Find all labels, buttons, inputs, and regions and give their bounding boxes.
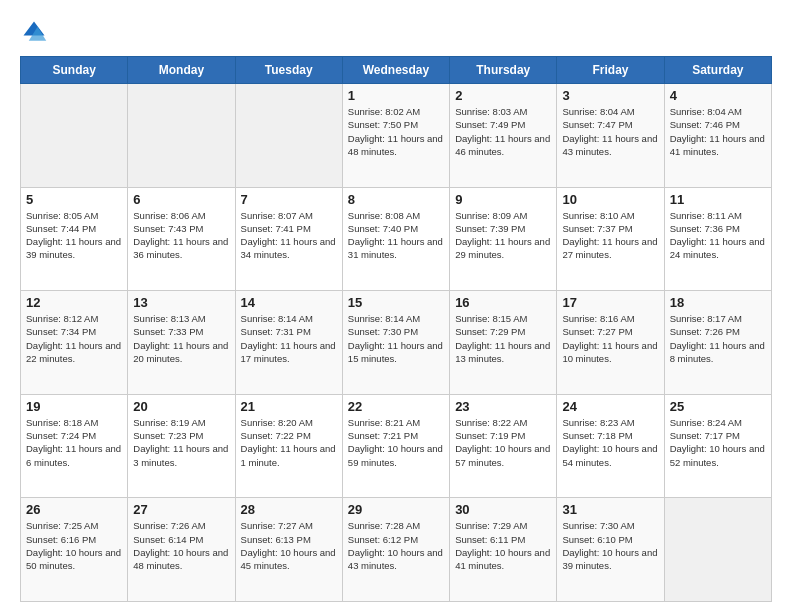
calendar-cell: 13Sunrise: 8:13 AM Sunset: 7:33 PM Dayli… [128, 291, 235, 395]
calendar-header-row: SundayMondayTuesdayWednesdayThursdayFrid… [21, 57, 772, 84]
day-number: 10 [562, 192, 658, 207]
calendar-cell: 1Sunrise: 8:02 AM Sunset: 7:50 PM Daylig… [342, 84, 449, 188]
day-info: Sunrise: 8:11 AM Sunset: 7:36 PM Dayligh… [670, 209, 766, 262]
calendar-cell: 3Sunrise: 8:04 AM Sunset: 7:47 PM Daylig… [557, 84, 664, 188]
day-number: 13 [133, 295, 229, 310]
day-info: Sunrise: 8:15 AM Sunset: 7:29 PM Dayligh… [455, 312, 551, 365]
calendar-cell: 16Sunrise: 8:15 AM Sunset: 7:29 PM Dayli… [450, 291, 557, 395]
day-number: 12 [26, 295, 122, 310]
calendar-cell: 11Sunrise: 8:11 AM Sunset: 7:36 PM Dayli… [664, 187, 771, 291]
day-info: Sunrise: 8:03 AM Sunset: 7:49 PM Dayligh… [455, 105, 551, 158]
calendar-week-1: 1Sunrise: 8:02 AM Sunset: 7:50 PM Daylig… [21, 84, 772, 188]
day-info: Sunrise: 8:16 AM Sunset: 7:27 PM Dayligh… [562, 312, 658, 365]
day-info: Sunrise: 8:13 AM Sunset: 7:33 PM Dayligh… [133, 312, 229, 365]
day-number: 3 [562, 88, 658, 103]
day-number: 4 [670, 88, 766, 103]
day-info: Sunrise: 8:09 AM Sunset: 7:39 PM Dayligh… [455, 209, 551, 262]
day-number: 14 [241, 295, 337, 310]
day-number: 9 [455, 192, 551, 207]
day-info: Sunrise: 8:14 AM Sunset: 7:30 PM Dayligh… [348, 312, 444, 365]
day-number: 16 [455, 295, 551, 310]
day-info: Sunrise: 8:12 AM Sunset: 7:34 PM Dayligh… [26, 312, 122, 365]
calendar-cell: 14Sunrise: 8:14 AM Sunset: 7:31 PM Dayli… [235, 291, 342, 395]
day-number: 23 [455, 399, 551, 414]
logo-icon [20, 18, 48, 46]
day-header-tuesday: Tuesday [235, 57, 342, 84]
calendar-cell [128, 84, 235, 188]
day-info: Sunrise: 8:04 AM Sunset: 7:47 PM Dayligh… [562, 105, 658, 158]
day-info: Sunrise: 8:06 AM Sunset: 7:43 PM Dayligh… [133, 209, 229, 262]
calendar-cell: 28Sunrise: 7:27 AM Sunset: 6:13 PM Dayli… [235, 498, 342, 602]
day-number: 26 [26, 502, 122, 517]
calendar-cell: 7Sunrise: 8:07 AM Sunset: 7:41 PM Daylig… [235, 187, 342, 291]
day-number: 28 [241, 502, 337, 517]
day-number: 31 [562, 502, 658, 517]
day-header-saturday: Saturday [664, 57, 771, 84]
calendar-cell: 26Sunrise: 7:25 AM Sunset: 6:16 PM Dayli… [21, 498, 128, 602]
day-info: Sunrise: 8:22 AM Sunset: 7:19 PM Dayligh… [455, 416, 551, 469]
day-info: Sunrise: 8:02 AM Sunset: 7:50 PM Dayligh… [348, 105, 444, 158]
day-number: 2 [455, 88, 551, 103]
calendar-cell: 18Sunrise: 8:17 AM Sunset: 7:26 PM Dayli… [664, 291, 771, 395]
day-info: Sunrise: 8:17 AM Sunset: 7:26 PM Dayligh… [670, 312, 766, 365]
day-info: Sunrise: 8:04 AM Sunset: 7:46 PM Dayligh… [670, 105, 766, 158]
day-number: 8 [348, 192, 444, 207]
day-info: Sunrise: 7:27 AM Sunset: 6:13 PM Dayligh… [241, 519, 337, 572]
day-header-wednesday: Wednesday [342, 57, 449, 84]
day-number: 30 [455, 502, 551, 517]
calendar-cell: 27Sunrise: 7:26 AM Sunset: 6:14 PM Dayli… [128, 498, 235, 602]
calendar-cell: 29Sunrise: 7:28 AM Sunset: 6:12 PM Dayli… [342, 498, 449, 602]
calendar-cell: 19Sunrise: 8:18 AM Sunset: 7:24 PM Dayli… [21, 394, 128, 498]
calendar-cell: 12Sunrise: 8:12 AM Sunset: 7:34 PM Dayli… [21, 291, 128, 395]
calendar-week-3: 12Sunrise: 8:12 AM Sunset: 7:34 PM Dayli… [21, 291, 772, 395]
calendar-cell: 24Sunrise: 8:23 AM Sunset: 7:18 PM Dayli… [557, 394, 664, 498]
calendar-cell: 30Sunrise: 7:29 AM Sunset: 6:11 PM Dayli… [450, 498, 557, 602]
calendar-cell [21, 84, 128, 188]
calendar-week-2: 5Sunrise: 8:05 AM Sunset: 7:44 PM Daylig… [21, 187, 772, 291]
day-header-monday: Monday [128, 57, 235, 84]
calendar-week-4: 19Sunrise: 8:18 AM Sunset: 7:24 PM Dayli… [21, 394, 772, 498]
day-number: 21 [241, 399, 337, 414]
day-number: 18 [670, 295, 766, 310]
day-info: Sunrise: 8:24 AM Sunset: 7:17 PM Dayligh… [670, 416, 766, 469]
calendar-cell [235, 84, 342, 188]
day-info: Sunrise: 8:05 AM Sunset: 7:44 PM Dayligh… [26, 209, 122, 262]
day-number: 19 [26, 399, 122, 414]
day-number: 15 [348, 295, 444, 310]
calendar-cell: 25Sunrise: 8:24 AM Sunset: 7:17 PM Dayli… [664, 394, 771, 498]
day-info: Sunrise: 7:28 AM Sunset: 6:12 PM Dayligh… [348, 519, 444, 572]
page: SundayMondayTuesdayWednesdayThursdayFrid… [0, 0, 792, 612]
day-info: Sunrise: 8:14 AM Sunset: 7:31 PM Dayligh… [241, 312, 337, 365]
calendar-cell: 4Sunrise: 8:04 AM Sunset: 7:46 PM Daylig… [664, 84, 771, 188]
calendar-cell: 22Sunrise: 8:21 AM Sunset: 7:21 PM Dayli… [342, 394, 449, 498]
header [20, 18, 772, 46]
day-header-thursday: Thursday [450, 57, 557, 84]
day-info: Sunrise: 7:26 AM Sunset: 6:14 PM Dayligh… [133, 519, 229, 572]
calendar-cell: 6Sunrise: 8:06 AM Sunset: 7:43 PM Daylig… [128, 187, 235, 291]
day-number: 5 [26, 192, 122, 207]
day-number: 17 [562, 295, 658, 310]
day-info: Sunrise: 8:10 AM Sunset: 7:37 PM Dayligh… [562, 209, 658, 262]
calendar-cell: 5Sunrise: 8:05 AM Sunset: 7:44 PM Daylig… [21, 187, 128, 291]
day-number: 27 [133, 502, 229, 517]
day-info: Sunrise: 8:21 AM Sunset: 7:21 PM Dayligh… [348, 416, 444, 469]
day-info: Sunrise: 8:07 AM Sunset: 7:41 PM Dayligh… [241, 209, 337, 262]
day-info: Sunrise: 8:20 AM Sunset: 7:22 PM Dayligh… [241, 416, 337, 469]
calendar-cell: 9Sunrise: 8:09 AM Sunset: 7:39 PM Daylig… [450, 187, 557, 291]
day-info: Sunrise: 8:19 AM Sunset: 7:23 PM Dayligh… [133, 416, 229, 469]
calendar-cell: 17Sunrise: 8:16 AM Sunset: 7:27 PM Dayli… [557, 291, 664, 395]
logo [20, 18, 52, 46]
day-header-sunday: Sunday [21, 57, 128, 84]
day-number: 29 [348, 502, 444, 517]
day-info: Sunrise: 7:30 AM Sunset: 6:10 PM Dayligh… [562, 519, 658, 572]
day-number: 7 [241, 192, 337, 207]
day-number: 22 [348, 399, 444, 414]
day-number: 20 [133, 399, 229, 414]
day-info: Sunrise: 8:23 AM Sunset: 7:18 PM Dayligh… [562, 416, 658, 469]
day-number: 1 [348, 88, 444, 103]
calendar-cell: 2Sunrise: 8:03 AM Sunset: 7:49 PM Daylig… [450, 84, 557, 188]
calendar-cell: 8Sunrise: 8:08 AM Sunset: 7:40 PM Daylig… [342, 187, 449, 291]
day-info: Sunrise: 8:08 AM Sunset: 7:40 PM Dayligh… [348, 209, 444, 262]
day-number: 6 [133, 192, 229, 207]
calendar-cell: 31Sunrise: 7:30 AM Sunset: 6:10 PM Dayli… [557, 498, 664, 602]
